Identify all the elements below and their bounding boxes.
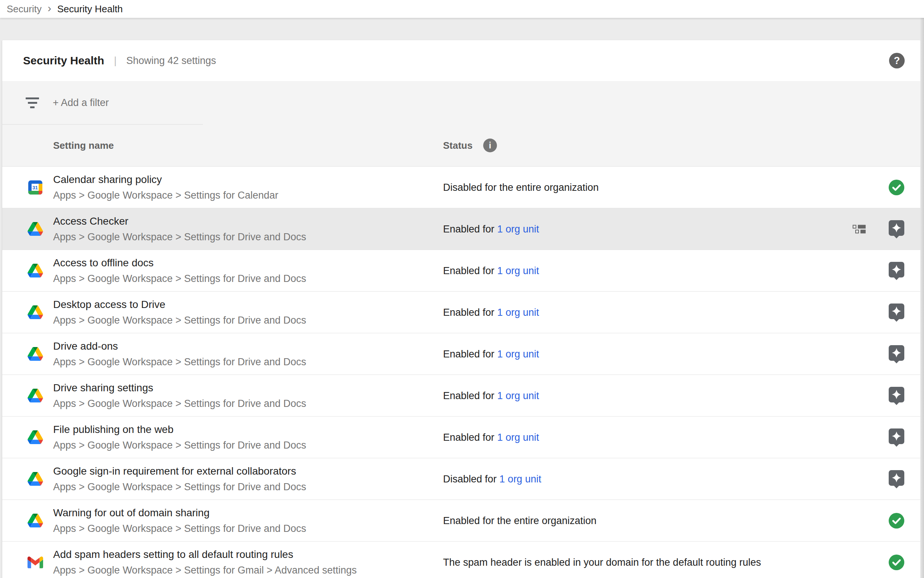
page-title: Security Health	[23, 54, 104, 67]
setting-row[interactable]: Access CheckerApps > Google Workspace > …	[2, 208, 920, 250]
settings-count: Showing 42 settings	[126, 55, 216, 67]
status-cell: The spam header is enabled in your domai…	[443, 557, 761, 568]
setting-text: Calendar sharing policyApps > Google Wor…	[53, 174, 278, 201]
breadcrumb-current: Security Health	[57, 3, 123, 15]
help-icon[interactable]: ?	[889, 53, 905, 68]
setting-row[interactable]: File publishing on the webApps > Google …	[2, 416, 920, 458]
recommendation-badge-icon[interactable]	[888, 428, 905, 447]
setting-path: Apps > Google Workspace > Settings for D…	[53, 398, 306, 409]
drive-icon	[28, 305, 43, 320]
drive-icon	[28, 430, 43, 445]
setting-row[interactable]: Warning for out of domain sharingApps > …	[2, 500, 920, 541]
card-header: Security Health | Showing 42 settings ?	[2, 40, 920, 81]
setting-path: Apps > Google Workspace > Settings for D…	[53, 440, 306, 451]
setting-row[interactable]: Access to offline docsApps > Google Work…	[2, 250, 920, 291]
filter-row: + Add a filter	[2, 81, 920, 125]
setting-text: Warning for out of domain sharingApps > …	[53, 507, 306, 534]
status-text: Enabled for the entire organization	[443, 515, 597, 526]
status-ok-icon	[888, 511, 905, 530]
status-text: Enabled for	[443, 432, 494, 443]
setting-text: Google sign-in requirement for external …	[53, 465, 306, 493]
setting-row[interactable]: Google sign-in requirement for external …	[2, 458, 920, 500]
add-filter-button[interactable]: + Add a filter	[53, 97, 109, 109]
setting-text: Desktop access to DriveApps > Google Wor…	[53, 299, 306, 326]
table-header: Setting name Status i	[2, 125, 920, 166]
setting-name: Drive add-ons	[53, 340, 306, 352]
org-unit-link[interactable]: 1 org unit	[497, 223, 539, 234]
recommendation-badge-icon[interactable]	[888, 345, 905, 364]
setting-text: Add spam headers setting to all default …	[53, 549, 357, 576]
setting-text: File publishing on the webApps > Google …	[53, 424, 306, 451]
setting-path: Apps > Google Workspace > Settings for D…	[53, 231, 306, 243]
setting-row[interactable]: 31Calendar sharing policyApps > Google W…	[2, 166, 920, 208]
setting-path: Apps > Google Workspace > Settings for G…	[53, 565, 357, 576]
org-units-override-icon	[853, 225, 866, 233]
status-cell: Enabled for 1 org unit	[443, 223, 539, 235]
setting-path: Apps > Google Workspace > Settings for D…	[53, 523, 306, 534]
status-cell: Enabled for the entire organization	[443, 515, 597, 526]
status-text: Disabled for	[443, 473, 497, 484]
setting-row[interactable]: Drive sharing settingsApps > Google Work…	[2, 375, 920, 416]
filter-icon[interactable]	[25, 97, 39, 108]
recommendation-badge-icon[interactable]	[888, 220, 905, 239]
title-separator: |	[114, 55, 117, 67]
setting-row[interactable]: Add spam headers setting to all default …	[2, 541, 920, 578]
calendar-icon: 31	[28, 180, 43, 195]
setting-text: Drive sharing settingsApps > Google Work…	[53, 382, 306, 409]
column-header-setting-name: Setting name	[53, 140, 114, 151]
drive-icon	[28, 346, 43, 362]
setting-path: Apps > Google Workspace > Settings for D…	[53, 356, 306, 368]
setting-name: File publishing on the web	[53, 424, 306, 435]
setting-name: Add spam headers setting to all default …	[53, 549, 357, 560]
setting-row[interactable]: Desktop access to DriveApps > Google Wor…	[2, 291, 920, 333]
org-unit-link[interactable]: 1 org unit	[497, 348, 539, 359]
status-text: Enabled for	[443, 390, 494, 401]
org-unit-link[interactable]: 1 org unit	[497, 307, 539, 318]
status-ok-icon	[888, 553, 905, 572]
status-text: Enabled for	[443, 223, 494, 234]
status-info-icon[interactable]: i	[483, 139, 497, 153]
drive-icon	[28, 388, 43, 404]
drive-icon	[28, 221, 43, 237]
status-text: The spam header is enabled in your domai…	[443, 557, 761, 568]
status-text: Enabled for	[443, 307, 494, 318]
security-health-card: Security Health | Showing 42 settings ? …	[2, 40, 920, 578]
status-cell: Enabled for 1 org unit	[443, 432, 539, 443]
breadcrumb-parent-link[interactable]: Security	[7, 3, 42, 15]
org-unit-link[interactable]: 1 org unit	[497, 432, 539, 443]
setting-name: Calendar sharing policy	[53, 174, 278, 186]
org-unit-link[interactable]: 1 org unit	[500, 473, 542, 484]
chevron-right-icon: ›	[48, 3, 51, 15]
recommendation-badge-icon[interactable]	[888, 470, 905, 489]
status-text: Enabled for	[443, 265, 494, 276]
drive-icon	[28, 263, 43, 279]
setting-name: Drive sharing settings	[53, 382, 306, 394]
drive-icon	[28, 471, 43, 487]
org-unit-link[interactable]: 1 org unit	[497, 265, 539, 276]
status-cell: Enabled for 1 org unit	[443, 348, 539, 360]
setting-name: Access Checker	[53, 215, 306, 227]
setting-name: Google sign-in requirement for external …	[53, 465, 306, 477]
status-cell: Disabled for the entire organization	[443, 182, 599, 193]
scrollbar-gutter[interactable]	[920, 18, 924, 578]
recommendation-badge-icon[interactable]	[888, 386, 905, 405]
filter-and-header-band: + Add a filter Setting name Status i	[2, 81, 920, 166]
org-unit-link[interactable]: 1 org unit	[497, 390, 539, 401]
settings-list: 31Calendar sharing policyApps > Google W…	[2, 166, 920, 578]
setting-name: Access to offline docs	[53, 257, 306, 269]
status-cell: Enabled for 1 org unit	[443, 390, 539, 401]
svg-text:31: 31	[32, 185, 37, 190]
setting-path: Apps > Google Workspace > Settings for D…	[53, 481, 306, 493]
setting-path: Apps > Google Workspace > Settings for C…	[53, 190, 278, 201]
status-ok-icon	[888, 178, 905, 197]
setting-path: Apps > Google Workspace > Settings for D…	[53, 273, 306, 284]
recommendation-badge-icon[interactable]	[888, 261, 905, 280]
gmail-icon	[28, 555, 43, 570]
recommendation-badge-icon[interactable]	[888, 303, 905, 322]
setting-text: Access CheckerApps > Google Workspace > …	[53, 215, 306, 243]
breadcrumb: Security › Security Health	[0, 0, 924, 18]
setting-row[interactable]: Drive add-onsApps > Google Workspace > S…	[2, 333, 920, 375]
drive-icon	[28, 513, 43, 529]
status-cell: Disabled for 1 org unit	[443, 473, 541, 485]
setting-text: Drive add-onsApps > Google Workspace > S…	[53, 340, 306, 368]
